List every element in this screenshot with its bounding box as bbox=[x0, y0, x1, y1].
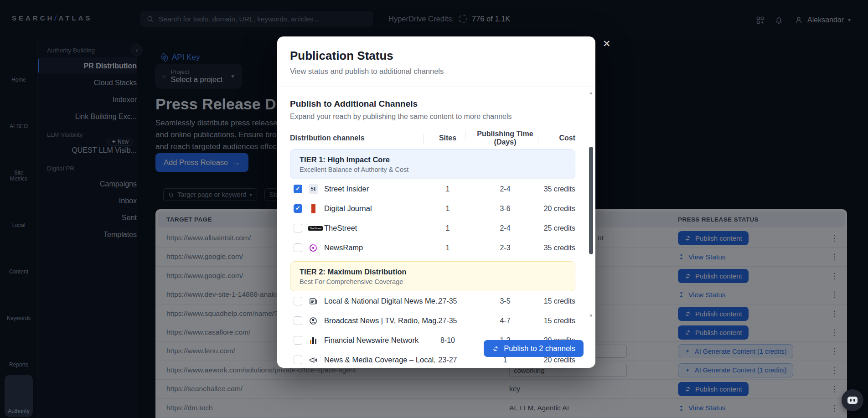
channel-checkbox[interactable] bbox=[294, 336, 302, 345]
publish-repeat-icon bbox=[492, 345, 499, 352]
column-cost: Cost bbox=[542, 134, 575, 142]
channel-sites: 1 bbox=[427, 205, 469, 213]
column-publishing-time: Publishing Time (Days) bbox=[469, 130, 542, 146]
channel-publishing-time: 2-3 bbox=[469, 244, 542, 252]
channel-cost: 35 credits bbox=[542, 185, 575, 193]
tier1-title: TIER 1: High Impact Core bbox=[300, 155, 566, 164]
column-sites: Sites bbox=[427, 134, 469, 142]
tier2-title: TIER 2: Maximum Distribution bbox=[300, 268, 566, 276]
channel-name: Broadcast News | TV, Radio, Mag... bbox=[324, 316, 443, 325]
channel-checkbox[interactable] bbox=[294, 224, 302, 232]
channel-sites: 27-35 bbox=[427, 317, 469, 325]
channel-favicon bbox=[308, 355, 318, 365]
channel-publishing-time: 2-4 bbox=[469, 185, 542, 193]
column-distribution-channels: Distribution channels bbox=[290, 134, 427, 142]
channel-sites: 1 bbox=[427, 244, 469, 252]
channel-publishing-time: 2-4 bbox=[469, 224, 542, 232]
tier1-subtitle: Excellent Balance of Authority & Cost bbox=[300, 166, 566, 173]
channel-checkbox[interactable] bbox=[294, 316, 302, 325]
channel-sites: 1 bbox=[427, 224, 469, 232]
channel-row: Broadcast News | TV, Radio, Mag... 27-35… bbox=[290, 311, 575, 330]
channel-publishing-time: 3-5 bbox=[469, 297, 542, 305]
channel-sites: 27-35 bbox=[427, 297, 469, 305]
channel-publishing-time: 3-6 bbox=[469, 205, 542, 213]
modal-subtitle: View status and publish to additional ch… bbox=[290, 67, 583, 76]
channel-cost: 20 credits bbox=[542, 205, 575, 213]
publish-section-subtitle: Expand your reach by publishing the same… bbox=[290, 113, 575, 121]
channel-row: SI Street Insider 1 2-4 35 credits bbox=[290, 179, 575, 199]
modal-scrollbar[interactable]: ▲ ▼ bbox=[588, 90, 594, 318]
channel-row: TheStreet TheStreet 1 2-4 25 credits bbox=[290, 218, 575, 238]
channel-checkbox[interactable] bbox=[294, 356, 302, 364]
modal-title: Publication Status bbox=[290, 49, 583, 63]
modal-header: Publication Status View status and publi… bbox=[277, 36, 595, 87]
channel-sites: 23-27 bbox=[427, 356, 469, 364]
channel-cost: 15 credits bbox=[542, 317, 575, 325]
channel-checkbox[interactable] bbox=[294, 297, 302, 305]
channel-favicon bbox=[308, 204, 318, 214]
channel-cost: 35 credits bbox=[542, 244, 575, 252]
channel-favicon bbox=[308, 296, 318, 306]
robot-face-icon bbox=[847, 397, 858, 404]
chat-widget-button[interactable] bbox=[842, 389, 863, 411]
channel-name: NewsRamp bbox=[324, 243, 363, 252]
tier2-subtitle: Best For Comprehensive Coverage bbox=[300, 278, 566, 285]
tier1-banner: TIER 1: High Impact Core Excellent Balan… bbox=[290, 149, 575, 179]
publish-to-channels-button[interactable]: Publish to 2 channels bbox=[484, 340, 584, 357]
tier2-channel-list: Local & National Digital News Me... 27-3… bbox=[290, 291, 575, 370]
channel-row: Local & National Digital News Me... 27-3… bbox=[290, 291, 575, 311]
publish-section-title: Publish to Additional Channels bbox=[290, 99, 575, 109]
close-icon[interactable]: ✕ bbox=[603, 38, 611, 49]
modal-scroll-area: Publish to Additional Channels Expand yo… bbox=[277, 87, 595, 370]
app-screen: SEARCH/ATLAS Search for tools, domain, U… bbox=[0, 0, 868, 418]
channel-row: NewsRamp 1 2-3 35 credits bbox=[290, 238, 575, 258]
channel-name: Street Insider bbox=[324, 185, 369, 193]
scroll-up-icon[interactable]: ▲ bbox=[589, 90, 594, 95]
channels-table-header: Distribution channels Sites Publishing T… bbox=[290, 130, 575, 145]
channel-name: Financial Newswire Network bbox=[324, 336, 418, 345]
tier1-channel-list: SI Street Insider 1 2-4 35 credits Digit… bbox=[290, 179, 575, 258]
scroll-down-icon[interactable]: ▼ bbox=[589, 313, 594, 318]
channel-favicon: TheStreet bbox=[308, 223, 318, 233]
channel-name: News & Media Coverage – Local, ... bbox=[324, 356, 444, 364]
channel-cost: 25 credits bbox=[542, 224, 575, 232]
channel-sites: 1 bbox=[427, 185, 469, 193]
channel-favicon bbox=[308, 335, 318, 346]
channel-checkbox[interactable] bbox=[294, 185, 302, 193]
channel-cost: 15 credits bbox=[542, 297, 575, 305]
scrollbar-thumb[interactable] bbox=[589, 147, 593, 254]
tier2-banner: TIER 2: Maximum Distribution Best For Co… bbox=[290, 261, 575, 291]
channel-checkbox[interactable] bbox=[294, 243, 302, 252]
channel-name: Local & National Digital News Me... bbox=[324, 297, 442, 305]
channel-checkbox[interactable] bbox=[294, 204, 302, 213]
channel-row: Digital Journal 1 3-6 20 credits bbox=[290, 199, 575, 218]
publication-status-modal: Publication Status View status and publi… bbox=[277, 36, 595, 368]
channel-name: TheStreet bbox=[324, 224, 357, 232]
channel-name: Digital Journal bbox=[324, 204, 372, 213]
channel-cost: 20 credits bbox=[542, 356, 575, 364]
channel-publishing-time: 1 bbox=[469, 356, 542, 364]
channel-sites: 8-10 bbox=[427, 336, 469, 345]
channel-publishing-time: 4-7 bbox=[469, 317, 542, 325]
channel-favicon bbox=[308, 243, 318, 253]
channel-favicon bbox=[308, 316, 318, 326]
channel-favicon: SI bbox=[308, 184, 318, 194]
